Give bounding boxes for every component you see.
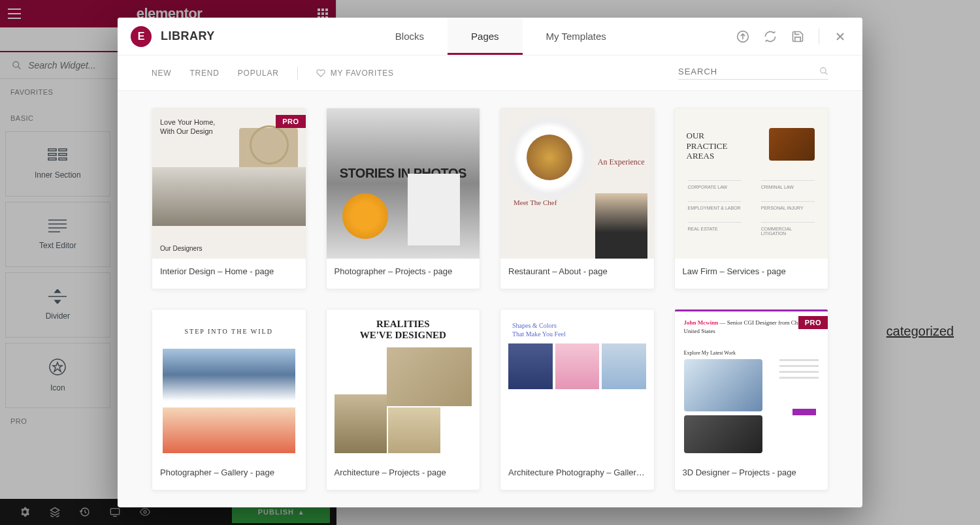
template-thumbnail: STORIES IN PHOTOS — [327, 108, 480, 259]
tab-pages[interactable]: Pages — [448, 18, 523, 55]
import-icon[interactable] — [736, 30, 749, 43]
template-thumbnail: An Experience Meet The Chef — [500, 108, 654, 259]
modal-title: LIBRARY — [161, 29, 215, 43]
template-title: Interior Design – Home - page — [152, 259, 306, 284]
tab-blocks[interactable]: Blocks — [372, 18, 448, 55]
template-card[interactable]: STEP INTO THE WILD Photographer – Galler… — [152, 309, 306, 490]
template-thumbnail: Shapes & Colors That Make You Feel — [500, 310, 654, 460]
template-thumbnail: REALITIES WE'VE DESIGNED — [327, 310, 480, 460]
template-search-input[interactable] — [678, 67, 813, 76]
template-title: Law Firm – Services - page — [675, 259, 828, 284]
template-title: Architecture – Projects - page — [327, 460, 480, 485]
divider — [819, 29, 819, 44]
template-card[interactable]: Shapes & Colors That Make You Feel Archi… — [500, 309, 655, 490]
library-modal: E LIBRARY Blocks Pages My Templates NEW … — [118, 18, 862, 507]
template-card[interactable]: An Experience Meet The Chef Restaurant –… — [500, 108, 655, 289]
modal-subnav: NEW TREND POPULAR MY FAVORITES — [118, 56, 862, 91]
pro-badge: PRO — [798, 316, 828, 329]
template-thumbnail: STEP INTO THE WILD — [152, 310, 306, 460]
modal-header: E LIBRARY Blocks Pages My Templates — [118, 18, 862, 56]
close-icon[interactable] — [834, 30, 847, 43]
template-title: Photographer – Projects - page — [327, 259, 480, 284]
templates-grid: Love Your Home, With Our Design Our Desi… — [118, 91, 862, 507]
template-card[interactable]: OUR PRACTICE AREAS CORPORATE LAW CRIMINA… — [674, 108, 829, 289]
modal-actions — [736, 29, 862, 44]
template-card[interactable]: Love Your Home, With Our Design Our Desi… — [152, 108, 306, 289]
save-icon[interactable] — [791, 30, 804, 43]
template-thumbnail: OUR PRACTICE AREAS CORPORATE LAW CRIMINA… — [675, 108, 828, 259]
modal-tabs: Blocks Pages My Templates — [372, 18, 630, 55]
filter-new[interactable]: NEW — [152, 69, 171, 78]
template-title: 3D Designer – Projects - page — [675, 460, 828, 485]
template-thumbnail: Love Your Home, With Our Design Our Desi… — [152, 108, 306, 259]
svg-point-25 — [820, 68, 825, 73]
template-card[interactable]: STORIES IN PHOTOS Photographer – Project… — [326, 108, 481, 289]
template-search[interactable] — [678, 66, 828, 80]
elementor-badge-icon: E — [131, 26, 152, 47]
template-title: Photographer – Gallery - page — [152, 460, 306, 485]
filter-trend[interactable]: TREND — [189, 69, 219, 78]
template-card[interactable]: John Mcwinn — Senior CGI Designer from C… — [674, 309, 829, 490]
template-title: Restaurant – About - page — [500, 259, 654, 284]
filter-favorites[interactable]: MY FAVORITES — [316, 69, 394, 78]
divider — [297, 67, 298, 80]
pro-badge: PRO — [276, 115, 305, 128]
template-card[interactable]: REALITIES WE'VE DESIGNED Architecture – … — [326, 309, 481, 490]
filter-popular[interactable]: POPULAR — [238, 69, 279, 78]
tab-my-templates[interactable]: My Templates — [523, 18, 630, 55]
template-thumbnail: John Mcwinn — Senior CGI Designer from C… — [675, 310, 828, 460]
sync-icon[interactable] — [764, 30, 777, 43]
template-title: Architecture Photography – Gallery ... — [500, 460, 654, 485]
